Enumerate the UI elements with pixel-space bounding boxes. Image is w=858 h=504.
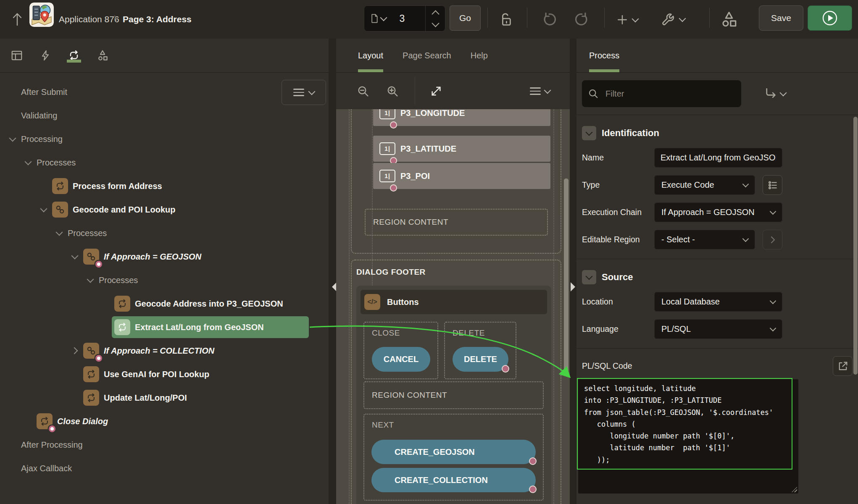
expand-icon[interactable] [427, 82, 445, 100]
region-content-slot[interactable]: REGION CONTENT [365, 209, 548, 236]
up-level-icon[interactable] [9, 11, 23, 28]
tree-item[interactable]: After Submit [0, 80, 329, 104]
chevron-right-icon[interactable] [71, 347, 78, 354]
go-to-region-button[interactable] [763, 230, 782, 249]
page-number-stepper[interactable] [425, 6, 445, 31]
section-header[interactable]: Source [582, 259, 853, 284]
location-select[interactable]: Local Database [654, 292, 782, 312]
collapse-section-button[interactable] [582, 126, 596, 140]
tab-shared-components[interactable] [96, 48, 109, 63]
run-button[interactable] [808, 5, 852, 31]
filter-input[interactable] [605, 89, 741, 99]
button-slot-close[interactable]: CLOSECANCEL [363, 322, 438, 379]
tab-processing[interactable] [68, 48, 80, 63]
tree-item[interactable]: If Approach = GEOJSON [0, 245, 329, 268]
chevron-down-icon [742, 181, 749, 188]
name-input[interactable] [654, 148, 782, 168]
chevron-down-icon[interactable] [87, 276, 94, 283]
button-slot-delete[interactable]: DELETEDELETE [444, 322, 516, 379]
tree-toggle[interactable] [84, 278, 96, 282]
create_collection-button[interactable]: CREATE_COLLECTION [371, 468, 536, 492]
region-content-slot[interactable]: REGION CONTENT [363, 381, 544, 409]
step-up-icon[interactable] [432, 10, 439, 18]
tab-dynamic-actions[interactable] [39, 48, 52, 63]
buttons-region-header[interactable]: </> Buttons [361, 290, 547, 314]
left-splitter[interactable] [329, 39, 336, 504]
tree-toggle[interactable] [69, 255, 81, 258]
tree-toggle[interactable] [69, 348, 81, 353]
chevron-down-icon[interactable] [56, 229, 63, 236]
language-select[interactable]: PL/SQL [654, 319, 782, 339]
zoom-in-icon[interactable] [383, 82, 402, 100]
tree-item[interactable]: After Processing [0, 433, 329, 457]
right-splitter[interactable] [570, 39, 576, 504]
chevron-down-icon[interactable] [9, 135, 16, 142]
tree-options-button[interactable] [282, 80, 326, 105]
tree-item[interactable]: Use GenAI for POI Lookup [0, 362, 329, 386]
tab-process[interactable]: Process [589, 39, 619, 72]
execution-chain-select[interactable]: If Approach = GEOJSON [654, 202, 782, 222]
layout-options-button[interactable] [525, 82, 555, 100]
page-number-input[interactable] [390, 13, 414, 25]
step-down-icon[interactable] [432, 19, 439, 27]
chevron-down-icon[interactable] [25, 158, 32, 165]
application-icon[interactable] [29, 3, 54, 27]
tree-item[interactable]: Update Lat/Long/POI [0, 386, 329, 410]
next-slot[interactable]: NEXT CREATE_GEOJSONCREATE_COLLECTION [363, 414, 544, 501]
collapse-right-icon[interactable] [571, 282, 575, 291]
resize-handle-icon[interactable] [792, 487, 797, 492]
canvas-scrollbar[interactable] [564, 178, 568, 373]
redo-icon[interactable] [574, 10, 592, 28]
type-list-button[interactable] [763, 175, 782, 195]
chevron-down-icon[interactable] [71, 252, 79, 260]
chevron-down-icon[interactable] [40, 205, 47, 213]
breadcrumb-app[interactable]: Application 876 [59, 0, 119, 39]
create-menu-button[interactable] [617, 12, 644, 28]
create_geojson-button[interactable]: CREATE_GEOJSON [371, 440, 536, 464]
tree-item[interactable]: Extract Lat/Long from GeoJSON [0, 315, 329, 339]
tab-rendering[interactable] [11, 48, 23, 63]
collapse-section-button[interactable] [582, 270, 596, 284]
editable-region-select[interactable]: - Select - [654, 230, 755, 249]
tab-help[interactable]: Help [471, 39, 488, 72]
zoom-out-icon[interactable] [354, 82, 372, 100]
unlock-icon[interactable] [498, 10, 517, 29]
page-item-p3_poi[interactable]: 1|P3_POI [373, 163, 550, 189]
go-to-menu-button[interactable] [761, 87, 788, 100]
filter-field[interactable] [582, 80, 741, 107]
tab-layout[interactable]: Layout [358, 39, 383, 72]
undo-icon[interactable] [541, 10, 560, 28]
go-button[interactable]: Go [450, 5, 481, 31]
property-scrollbar[interactable] [853, 117, 858, 375]
utilities-menu-button[interactable] [661, 10, 692, 29]
delete-button[interactable]: DELETE [453, 347, 508, 372]
page-picker-button[interactable] [364, 6, 390, 31]
tree-item[interactable]: If Approach = COLLECTION [0, 339, 329, 362]
tree-item[interactable]: Close Dialog [0, 410, 329, 433]
tree-item[interactable]: Processes [0, 151, 329, 174]
tree-item[interactable]: Processes [0, 221, 329, 245]
buttons-region[interactable]: </> Buttons CLOSECANCELDELETEDELETE REGI… [356, 286, 551, 504]
type-select[interactable]: Execute Code [654, 175, 755, 195]
tree-item[interactable]: Ajax Callback [0, 457, 329, 480]
tree-item[interactable]: Processing [0, 127, 329, 151]
save-button[interactable]: Save [759, 5, 803, 31]
tree-item[interactable]: Geocode and POI Lookup [0, 198, 329, 221]
cancel-button[interactable]: CANCEL [372, 347, 430, 372]
plsql-code-editor[interactable]: select longitude, latitude into :P3_LONG… [578, 379, 798, 494]
tab-page-search[interactable]: Page Search [403, 39, 451, 72]
shared-components-icon[interactable] [720, 9, 741, 29]
tree-item[interactable]: Geocode Address into P3_GEOJSON [0, 292, 329, 315]
page-item-p3_latitude[interactable]: 1|P3_LATITUDE [373, 136, 550, 162]
tree-toggle[interactable] [53, 231, 65, 235]
tree-item[interactable]: Process form Address [0, 174, 329, 198]
tree-toggle[interactable] [7, 137, 18, 141]
tree-toggle[interactable] [38, 208, 50, 211]
page-item-p3_longitude[interactable]: 1|P3_LONGITUDE [373, 109, 550, 126]
tree-toggle[interactable] [22, 161, 34, 164]
open-code-editor-button[interactable] [833, 356, 853, 376]
tree-item[interactable]: Processes [0, 268, 329, 292]
tree-item[interactable]: Validating [0, 104, 329, 127]
plsql-code[interactable]: select longitude, latitude into :P3_LONG… [578, 379, 798, 469]
section-header[interactable]: Identification [582, 115, 853, 140]
